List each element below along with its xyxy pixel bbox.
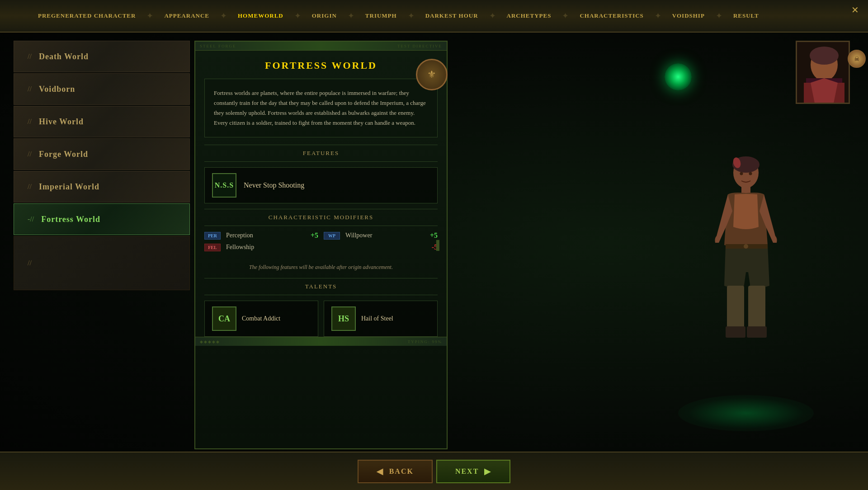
nav-separator-2: ✦ — [220, 11, 227, 21]
svg-rect-10 — [748, 286, 765, 331]
sidebar-item-imperial-world[interactable]: Imperial World — [14, 171, 190, 203]
back-label: Back — [389, 467, 414, 476]
nav-separator-5: ✦ — [408, 11, 415, 21]
sidebar-item-forge-world[interactable]: Forge World — [14, 138, 190, 170]
origin-advancement-note: The following features will be available… — [204, 259, 438, 276]
feature-never-stop-shooting: N.S.S Never Stop Shooting — [204, 167, 438, 203]
char-name-fellowship: Fellowship — [226, 244, 426, 251]
talent-combat-addict: CA Combat Addict — [204, 301, 318, 337]
char-tag-fel: FEL — [204, 244, 221, 251]
world-selection-panel: Death World Voidborn Hive World Forge Wo… — [14, 41, 190, 449]
sidebar-item-fortress-world[interactable]: Fortress World — [14, 203, 190, 235]
bottom-decoration-strip: ◆◆◆◆◆ TYPING: 99% — [195, 337, 447, 346]
char-value-perception: +5 — [311, 231, 318, 240]
bottom-strip-left-text: ◆◆◆◆◆ — [200, 339, 220, 344]
top-strip-left-text: STEEL FORGE — [200, 44, 236, 48]
talent-hail-of-steel: HS Hail of Steel — [324, 301, 438, 337]
features-section-header: Features — [204, 145, 438, 162]
talent-name-ca: Combat Addict — [242, 315, 280, 322]
next-button[interactable]: Next ▶ — [436, 460, 510, 483]
talents-section-header: Talents — [204, 278, 438, 295]
svg-point-14 — [744, 244, 748, 249]
char-tag-per: PER — [204, 232, 221, 240]
skull-medallion: ☠ — [848, 50, 866, 68]
char-tag-wp: WP — [324, 232, 340, 240]
world-item-label: Fortress World — [41, 215, 100, 224]
talent-grid: CA Combat Addict HS Hail of Steel — [204, 301, 438, 337]
nav-item-archetypes[interactable]: Archetypes — [496, 12, 562, 19]
top-strip-right-text: TEST DIRECTIVE — [397, 44, 442, 48]
world-item-label: Voidborn — [39, 85, 75, 94]
nav-item-pregenerated[interactable]: Pregenerated Character — [27, 12, 146, 19]
scroll-indicator: ▐ — [433, 240, 439, 250]
nav-separator-4: ✦ — [348, 11, 354, 21]
next-arrow-icon: ▶ — [484, 466, 491, 476]
talent-badge-hs: HS — [331, 306, 356, 331]
back-arrow-icon: ◀ — [377, 466, 384, 476]
nav-item-voidship[interactable]: Voidship — [661, 12, 716, 19]
character-platform-glow — [678, 395, 814, 431]
top-navigation: Pregenerated Character ✦ Appearance ✦ Ho… — [0, 0, 868, 33]
bottom-strip-right-text: TYPING: 99% — [408, 339, 442, 344]
portrait-svg — [797, 42, 850, 104]
description-box: Fortress worlds are planets, where the e… — [204, 79, 438, 137]
svg-marker-5 — [811, 78, 838, 104]
portrait-thumbnail — [796, 41, 850, 104]
warhammer-medallion: ⚜ — [416, 59, 448, 90]
char-value-willpower: +5 — [430, 231, 438, 240]
nav-separator-7: ✦ — [562, 11, 569, 21]
sidebar-item-hive-world[interactable]: Hive World — [14, 106, 190, 137]
character-model-svg — [696, 146, 796, 363]
characteristic-modifiers: PER Perception +5 WP Willpower +5 FEL Fe… — [204, 231, 438, 251]
world-list: Death World Voidborn Hive World Forge Wo… — [14, 41, 190, 290]
svg-rect-11 — [726, 326, 745, 338]
characteristics-section-header: Characteristic Modifiers — [204, 209, 438, 226]
char-name-willpower: Willpower — [345, 232, 425, 239]
char-row-fellowship: FEL Fellowship -5 — [204, 243, 438, 251]
nav-separator-8: ✦ — [655, 11, 661, 21]
svg-point-16 — [749, 172, 752, 175]
world-item-label: Forge World — [39, 150, 88, 159]
world-item-label: Imperial World — [39, 182, 99, 192]
right-edge-decorations: ☠ — [845, 41, 868, 131]
nav-item-origin[interactable]: Origin — [301, 12, 348, 19]
back-button[interactable]: ◀ Back — [358, 460, 433, 483]
talent-badge-ca: CA — [212, 306, 236, 331]
close-button[interactable]: ✕ — [851, 5, 859, 15]
panel-content-area: Fortress worlds are planets, where the e… — [195, 79, 447, 337]
nav-item-appearance[interactable]: Appearance — [153, 12, 220, 19]
sidebar-item-voidborn[interactable]: Voidborn — [14, 73, 190, 105]
main-content-panel: STEEL FORGE TEST DIRECTIVE Fortress Worl… — [194, 41, 448, 449]
nav-separator-1: ✦ — [146, 11, 153, 21]
character-model-area — [651, 41, 841, 449]
svg-rect-12 — [747, 326, 767, 338]
nav-item-characteristics[interactable]: Characteristics — [569, 12, 654, 19]
feature-name-nss: Never Stop Shooting — [244, 181, 304, 189]
world-item-label: Hive World — [39, 117, 84, 127]
talents-section: Talents CA Combat Addict HS Hail of Stee… — [204, 278, 438, 337]
nav-item-darkest-hour[interactable]: Darkest Hour — [415, 12, 489, 19]
top-decoration-strip: STEEL FORGE TEST DIRECTIVE — [195, 42, 447, 51]
sidebar-item-death-world[interactable]: Death World — [14, 41, 190, 72]
world-item-label: Death World — [39, 52, 89, 61]
char-row-perception: PER Perception +5 WP Willpower +5 — [204, 231, 438, 240]
next-label: Next — [455, 467, 479, 476]
nav-item-triumph[interactable]: Triumph — [354, 12, 408, 19]
nav-separator-6: ✦ — [489, 11, 496, 21]
nav-separator-9: ✦ — [716, 11, 722, 21]
panel-title: Fortress World — [195, 51, 447, 79]
green-orb-decoration — [665, 63, 692, 90]
talent-name-hs: Hail of Steel — [361, 315, 393, 322]
svg-point-15 — [740, 172, 743, 175]
sidebar-item-empty — [14, 236, 190, 290]
nav-separator-3: ✦ — [294, 11, 301, 21]
svg-rect-9 — [727, 286, 744, 331]
nav-item-result[interactable]: Result — [722, 12, 770, 19]
char-name-perception: Perception — [226, 232, 305, 239]
nav-item-homeworld[interactable]: Homeworld — [227, 12, 294, 19]
bottom-navigation: ◀ Back Next ▶ — [0, 452, 868, 490]
description-text: Fortress worlds are planets, where the e… — [214, 88, 428, 128]
feature-badge-nss: N.S.S — [212, 173, 236, 198]
svg-point-3 — [810, 47, 839, 65]
